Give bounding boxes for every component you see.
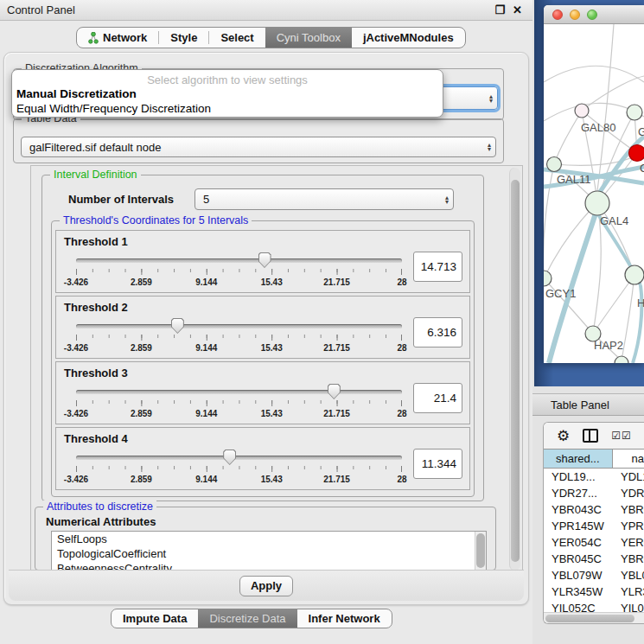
cell-shared-name: YBL079W: [544, 569, 614, 582]
node-label: H: [637, 296, 644, 309]
slider-track[interactable]: [76, 390, 402, 394]
slider-tick-labels: -3.426 2.859 9.144 15.43 21.715 28: [76, 409, 402, 420]
table-row[interactable]: YDR27... YDR2: [544, 485, 644, 501]
slider-thumb[interactable]: [258, 252, 271, 268]
table-header-row: shared... na: [544, 449, 644, 469]
tab-select[interactable]: Select: [209, 28, 265, 48]
cell-shared-name: YBR045C: [544, 552, 614, 565]
close-icon[interactable]: ✕: [513, 4, 522, 16]
node: [625, 265, 644, 284]
table-panel: ⚙ ☑☑ shared... na YDL19... YDL1 YDR27...: [543, 422, 644, 624]
tab-cyni-toolbox[interactable]: Cyni Toolbox: [265, 28, 352, 48]
table-row[interactable]: YBR043C YBR0: [544, 501, 644, 518]
threshold-label: Threshold 1: [64, 235, 128, 248]
list-scrollbar-thumb[interactable]: [476, 533, 485, 568]
tab-impute-data[interactable]: Impute Data: [112, 609, 198, 628]
table-row[interactable]: YDL19... YDL1: [544, 469, 644, 485]
node: [627, 105, 642, 120]
tab-infer-network[interactable]: Infer Network: [297, 609, 392, 628]
threshold-row: Threshold 4 -3.426: [55, 427, 470, 490]
window-title: Control Panel: [7, 3, 75, 16]
threshold-value-field[interactable]: 6.316: [413, 317, 462, 348]
zoom-traffic-light-icon[interactable]: [587, 10, 597, 20]
threshold-slider[interactable]: -3.426 2.859 9.144 15.43 21.715 28: [76, 382, 402, 424]
network-canvas[interactable]: GAL80 G C GAL11 GAL4 GCY1 H HAP2: [544, 24, 644, 363]
tab-network-label: Network: [103, 31, 147, 44]
threshold-value-field[interactable]: 14.713: [413, 252, 462, 282]
slider-thumb[interactable]: [171, 318, 184, 334]
network-window-frame: GAL80 G C GAL11 GAL4 GCY1 H HAP2: [534, 0, 644, 386]
control-panel-window: Control Panel ❐ ✕ Network Style Select C…: [0, 0, 532, 644]
number-of-intervals-combobox[interactable]: 5 ▴▾: [194, 188, 454, 210]
attribute-list-item[interactable]: TopologicalCoefficient: [52, 546, 486, 561]
slider-thumb[interactable]: [328, 384, 341, 399]
table-panel-title: Table Panel: [551, 399, 609, 411]
list-scrollbar[interactable]: [475, 532, 486, 570]
table-horizontal-scrollbar-thumb[interactable]: [545, 615, 634, 622]
attribute-list-item[interactable]: SelfLoops: [52, 532, 486, 546]
cell-shared-name: YDL19...: [544, 470, 614, 483]
cell-shared-name: YBR043C: [544, 503, 614, 516]
tab-network[interactable]: Network: [77, 28, 158, 48]
cell-name: YBL0: [614, 569, 644, 582]
slider-major-ticks: [76, 466, 402, 472]
close-traffic-light-icon[interactable]: [552, 10, 563, 20]
threshold-row: Threshold 3 -3.426: [55, 361, 470, 424]
slider-track[interactable]: [76, 456, 402, 460]
threshold-list: Threshold 1 -3.426: [55, 230, 470, 493]
threshold-value-field[interactable]: 21.4: [413, 383, 462, 413]
slider-major-ticks: [76, 269, 402, 275]
cell-shared-name: YDR27...: [544, 487, 614, 500]
node-label: GAL80: [581, 121, 615, 134]
tab-discretize-data[interactable]: Discretize Data: [198, 609, 296, 628]
slider-track[interactable]: [76, 258, 402, 263]
apply-button[interactable]: Apply: [239, 576, 293, 596]
slider-tick-labels: -3.426 2.859 9.144 15.43 21.715 28: [76, 475, 402, 486]
column-header-shared-name[interactable]: shared...: [544, 450, 613, 468]
table-row[interactable]: YPR145W YPR1: [544, 518, 644, 534]
algorithm-option-equal-width[interactable]: Equal Width/Frequency Discretization: [16, 102, 439, 117]
algorithm-dropdown-popup: Select algorithm to view settings Manual…: [11, 69, 443, 118]
cell-name: YBR0: [614, 552, 644, 565]
table-row[interactable]: YER054C YER0: [544, 534, 644, 551]
node-label: GAL4: [600, 214, 628, 227]
table-body: YDL19... YDL1 YDR27... YDR2 YBR043C YBR0: [544, 469, 644, 616]
cell-name: YLR3: [614, 585, 644, 598]
table-row[interactable]: YBL079W YBL0: [544, 567, 644, 583]
minimize-traffic-light-icon[interactable]: [570, 10, 580, 20]
slider-track[interactable]: [76, 324, 402, 328]
threshold-slider[interactable]: -3.426 2.859 9.144 15.43 21.715 28: [76, 316, 402, 358]
node-gcy1: [544, 271, 552, 286]
table-data-combobox-value: galFiltered.sif default node: [29, 141, 161, 154]
tab-jactivemnodules[interactable]: jActiveMNodules: [352, 28, 465, 48]
panel-scrollbar-thumb[interactable]: [511, 180, 520, 562]
table-data-combobox[interactable]: galFiltered.sif default node ▴▾: [21, 137, 496, 157]
table-row[interactable]: YLR345W YLR3: [544, 583, 644, 600]
cell-shared-name: YLR345W: [544, 585, 614, 598]
columns-icon[interactable]: [583, 429, 598, 443]
select-columns-checkboxes-icon[interactable]: ☑☑: [611, 430, 632, 442]
threshold-row: Threshold 1 -3.426: [55, 230, 470, 293]
network-window-titlebar[interactable]: [544, 5, 644, 24]
gear-icon[interactable]: ⚙: [557, 429, 570, 443]
node: [575, 104, 589, 118]
cell-shared-name: YER054C: [544, 536, 614, 549]
column-header-name[interactable]: na: [613, 450, 644, 468]
algorithm-option-manual[interactable]: Manual Discretization: [16, 87, 439, 102]
attributes-group: Attributes to discretize Numerical Attri…: [35, 507, 496, 571]
slider-thumb[interactable]: [223, 450, 236, 465]
threshold-slider[interactable]: -3.426 2.859 9.144 15.43 21.715 28: [76, 251, 402, 292]
panel-scrollbar[interactable]: [509, 168, 520, 571]
float-window-icon[interactable]: ❐: [494, 4, 505, 16]
network-window: GAL80 G C GAL11 GAL4 GCY1 H HAP2: [544, 5, 644, 363]
number-of-intervals-value: 5: [203, 193, 209, 206]
threshold-value-field[interactable]: 11.344: [413, 449, 462, 479]
bottom-tab-bar: Impute Data Discretize Data Infer Networ…: [111, 609, 392, 628]
tab-style[interactable]: Style: [159, 28, 208, 48]
table-toolbar: ⚙ ☑☑: [544, 423, 644, 449]
threshold-slider[interactable]: -3.426 2.859 9.144 15.43 21.715 28: [76, 448, 402, 489]
table-horizontal-scrollbar[interactable]: [544, 612, 644, 623]
thresholds-group: Threshold's Coordinates for 5 Intervals …: [51, 220, 475, 497]
cell-name: YER0: [614, 536, 644, 549]
table-row[interactable]: YBR045C YBR0: [544, 551, 644, 567]
